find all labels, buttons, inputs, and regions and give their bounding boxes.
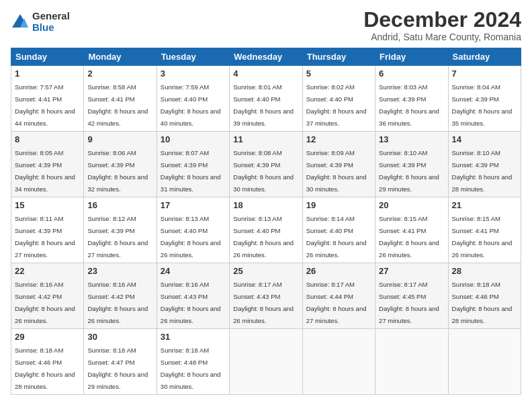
table-row: 11Sunrise: 8:08 AMSunset: 4:39 PMDayligh… <box>230 132 302 197</box>
page: General Blue December 2024 Andrid, Satu … <box>0 0 532 411</box>
logo-icon <box>11 13 30 32</box>
table-row: 16Sunrise: 8:12 AMSunset: 4:39 PMDayligh… <box>84 197 157 263</box>
table-row: 15Sunrise: 8:11 AMSunset: 4:39 PMDayligh… <box>11 197 84 263</box>
header: General Blue December 2024 Andrid, Satu … <box>11 8 521 42</box>
table-row: 4Sunrise: 8:01 AMSunset: 4:40 PMDaylight… <box>230 66 302 132</box>
table-row: 1Sunrise: 7:57 AMSunset: 4:41 PMDaylight… <box>11 66 84 132</box>
logo: General Blue <box>11 11 70 33</box>
logo-general: General <box>32 11 70 22</box>
month-title: December 2024 <box>363 8 521 32</box>
col-thursday: Thursday <box>302 48 375 66</box>
col-monday: Monday <box>84 48 157 66</box>
calendar-week-2: 8Sunrise: 8:05 AMSunset: 4:39 PMDaylight… <box>11 132 521 197</box>
calendar-week-4: 22Sunrise: 8:16 AMSunset: 4:42 PMDayligh… <box>11 263 521 329</box>
title-area: December 2024 Andrid, Satu Mare County, … <box>363 8 521 42</box>
col-friday: Friday <box>375 48 448 66</box>
table-row: 5Sunrise: 8:02 AMSunset: 4:40 PMDaylight… <box>302 66 375 132</box>
table-row: 17Sunrise: 8:13 AMSunset: 4:40 PMDayligh… <box>157 197 229 263</box>
calendar-week-5: 29Sunrise: 8:18 AMSunset: 4:46 PMDayligh… <box>11 329 521 395</box>
col-sunday: Sunday <box>11 48 84 66</box>
table-row: 28Sunrise: 8:18 AMSunset: 4:46 PMDayligh… <box>448 263 521 329</box>
logo-text: General Blue <box>32 11 70 33</box>
table-row: 19Sunrise: 8:14 AMSunset: 4:40 PMDayligh… <box>302 197 375 263</box>
table-row: 29Sunrise: 8:18 AMSunset: 4:46 PMDayligh… <box>11 329 84 395</box>
table-row <box>230 329 302 395</box>
table-row: 30Sunrise: 8:18 AMSunset: 4:47 PMDayligh… <box>84 329 157 395</box>
table-row: 12Sunrise: 8:09 AMSunset: 4:39 PMDayligh… <box>302 132 375 197</box>
table-row <box>448 329 521 395</box>
table-row <box>375 329 448 395</box>
table-row: 27Sunrise: 8:17 AMSunset: 4:45 PMDayligh… <box>375 263 448 329</box>
table-row <box>302 329 375 395</box>
table-row: 20Sunrise: 8:15 AMSunset: 4:41 PMDayligh… <box>375 197 448 263</box>
table-row: 8Sunrise: 8:05 AMSunset: 4:39 PMDaylight… <box>11 132 84 197</box>
location: Andrid, Satu Mare County, Romania <box>363 32 521 42</box>
calendar: Sunday Monday Tuesday Wednesday Thursday… <box>11 48 521 395</box>
table-row: 13Sunrise: 8:10 AMSunset: 4:39 PMDayligh… <box>375 132 448 197</box>
table-row: 10Sunrise: 8:07 AMSunset: 4:39 PMDayligh… <box>157 132 229 197</box>
col-wednesday: Wednesday <box>230 48 302 66</box>
col-tuesday: Tuesday <box>157 48 229 66</box>
calendar-week-1: 1Sunrise: 7:57 AMSunset: 4:41 PMDaylight… <box>11 66 521 132</box>
table-row: 14Sunrise: 8:10 AMSunset: 4:39 PMDayligh… <box>448 132 521 197</box>
table-row: 22Sunrise: 8:16 AMSunset: 4:42 PMDayligh… <box>11 263 84 329</box>
table-row: 2Sunrise: 8:58 AMSunset: 4:41 PMDaylight… <box>84 66 157 132</box>
calendar-header-row: Sunday Monday Tuesday Wednesday Thursday… <box>11 48 521 66</box>
table-row: 26Sunrise: 8:17 AMSunset: 4:44 PMDayligh… <box>302 263 375 329</box>
table-row: 25Sunrise: 8:17 AMSunset: 4:43 PMDayligh… <box>230 263 302 329</box>
logo-blue: Blue <box>32 22 70 34</box>
table-row: 24Sunrise: 8:16 AMSunset: 4:43 PMDayligh… <box>157 263 229 329</box>
table-row: 7Sunrise: 8:04 AMSunset: 4:39 PMDaylight… <box>448 66 521 132</box>
table-row: 18Sunrise: 8:13 AMSunset: 4:40 PMDayligh… <box>230 197 302 263</box>
calendar-week-3: 15Sunrise: 8:11 AMSunset: 4:39 PMDayligh… <box>11 197 521 263</box>
table-row: 9Sunrise: 8:06 AMSunset: 4:39 PMDaylight… <box>84 132 157 197</box>
table-row: 6Sunrise: 8:03 AMSunset: 4:39 PMDaylight… <box>375 66 448 132</box>
col-saturday: Saturday <box>448 48 521 66</box>
table-row: 23Sunrise: 8:16 AMSunset: 4:42 PMDayligh… <box>84 263 157 329</box>
table-row: 21Sunrise: 8:15 AMSunset: 4:41 PMDayligh… <box>448 197 521 263</box>
table-row: 31Sunrise: 8:18 AMSunset: 4:48 PMDayligh… <box>157 329 229 395</box>
table-row: 3Sunrise: 7:59 AMSunset: 4:40 PMDaylight… <box>157 66 229 132</box>
